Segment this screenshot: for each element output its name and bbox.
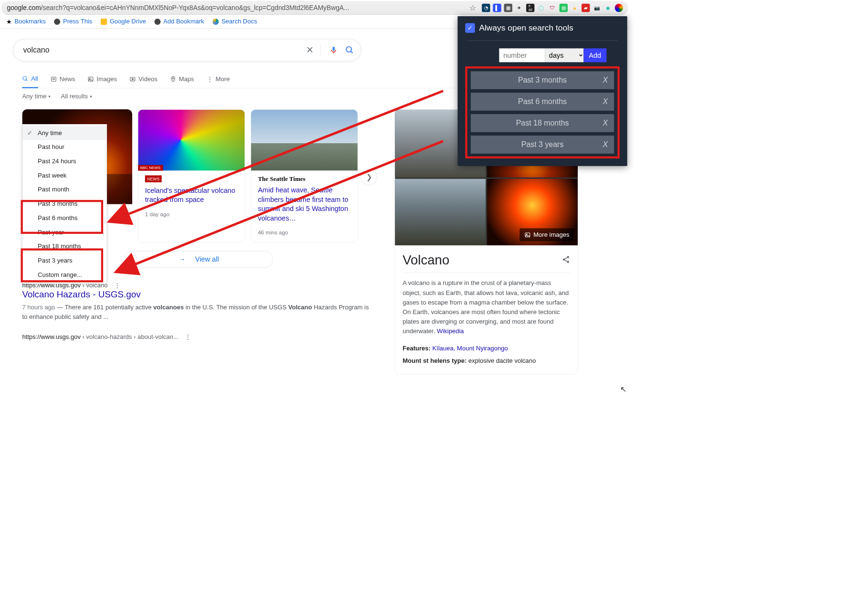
globe-icon <box>54 19 60 25</box>
view-all-button[interactable]: → View all <box>124 251 273 268</box>
clear-icon[interactable]: ✕ <box>304 44 315 55</box>
ext-icon[interactable]: 📷 <box>593 3 601 11</box>
globe-icon <box>154 19 160 25</box>
svg-point-2 <box>23 76 27 80</box>
bookmark-search-docs[interactable]: Search Docs <box>212 18 257 25</box>
range-item[interactable]: Past 3 yearsX <box>471 136 614 154</box>
ext-icon[interactable]: 946 <box>526 3 534 11</box>
story-card[interactable]: BBC NEWS NEWS Iceland's spectacular volc… <box>138 109 245 242</box>
time-option-past-3-years[interactable]: Past 3 years <box>22 253 106 268</box>
range-item[interactable]: Past 3 monthsX <box>471 71 614 89</box>
ext-icon[interactable]: ◔ <box>482 3 490 11</box>
checkbox-checked-icon[interactable]: ✓ <box>465 23 475 32</box>
url[interactable]: google.com/search?q=volcano&ei=cAHnYNnmD… <box>4 4 466 11</box>
tab-maps[interactable]: Maps <box>170 75 194 87</box>
top-stories-carousel: Kilauea, Mauna Loa volcanoes being BBC N… <box>105 109 375 242</box>
share-icon[interactable] <box>562 255 570 266</box>
tab-videos[interactable]: Videos <box>129 75 158 87</box>
star-icon: ★ <box>6 18 12 25</box>
divider <box>320 44 321 56</box>
time-option-any-time[interactable]: Any time <box>22 126 106 140</box>
result-breadcrumb: https://www.usgs.gov › volcano-hazards ›… <box>22 333 375 341</box>
svg-point-13 <box>526 234 527 235</box>
story-timestamp: 46 mins ago <box>258 230 350 236</box>
kp-source-link[interactable]: Wikipedia <box>437 328 464 335</box>
kp-image[interactable]: More images <box>487 179 578 245</box>
time-range-dropdown: Any time Past hour Past 24 hours Past we… <box>22 124 107 284</box>
tab-all[interactable]: All <box>22 75 38 88</box>
tab-more[interactable]: ⋮More <box>207 75 230 88</box>
caret-down-icon: ▼ <box>48 95 51 98</box>
svg-line-3 <box>26 79 28 81</box>
result-menu-icon[interactable]: ⋮ <box>185 333 191 341</box>
ext-icon[interactable]: ▌ <box>493 3 501 11</box>
time-option-past-year[interactable]: Past year <box>22 225 106 240</box>
bookmark-star-icon[interactable]: ☆ <box>469 3 476 12</box>
range-item[interactable]: Past 18 monthsX <box>471 114 614 132</box>
delete-icon[interactable]: X <box>603 119 608 128</box>
publisher-name: The Seattle Times <box>258 175 350 182</box>
ext-icon[interactable]: 🛡 <box>548 3 556 11</box>
ext-icon[interactable]: ◯ <box>537 3 545 11</box>
result-title-link[interactable]: Volcano Hazards - USGS.gov <box>22 289 140 300</box>
unit-select[interactable]: days <box>545 48 583 62</box>
ext-icon[interactable]: ◉ <box>603 3 612 11</box>
ext-icon[interactable]: ▤ <box>560 3 568 11</box>
time-option-past-hour[interactable]: Past hour <box>22 140 106 154</box>
story-title: Amid heat wave, Seattle climbers became … <box>258 185 350 222</box>
add-button[interactable]: Add <box>583 48 606 62</box>
kp-facts: Features: Kīlauea, Mount Nyiragongo Moun… <box>402 343 570 367</box>
svg-point-15 <box>563 258 565 260</box>
ext-icon[interactable]: ▰ <box>582 3 590 11</box>
range-item[interactable]: Past 6 monthsX <box>471 93 614 111</box>
time-option-past-24-hours[interactable]: Past 24 hours <box>22 154 106 169</box>
time-option-past-month[interactable]: Past month <box>22 183 106 197</box>
svg-point-14 <box>567 256 569 258</box>
delete-icon[interactable]: X <box>603 76 608 85</box>
time-option-custom-range[interactable]: Custom range... <box>22 268 106 282</box>
svg-line-1 <box>351 51 353 53</box>
ext-icon[interactable]: ▦ <box>504 3 512 11</box>
address-bar: google.com/search?q=volcano&ei=cAHnYNnmD… <box>1 1 628 15</box>
svg-point-8 <box>89 78 90 79</box>
ext-icon[interactable]: ▲ <box>571 3 579 11</box>
svg-line-17 <box>565 257 567 259</box>
search-icon[interactable] <box>344 44 355 55</box>
extension-icons: ◔ ▌ ▦ ✈ 946 ◯ 🛡 ▤ ▲ ▰ 📷 ◉ <box>480 3 625 11</box>
kp-feature-link[interactable]: Kīlauea, Mount Nyiragongo <box>433 345 508 352</box>
folder-icon <box>101 19 107 25</box>
search-box: ✕ <box>13 39 361 61</box>
filter-any-time[interactable]: Any time▼ <box>22 93 51 100</box>
ext-icon[interactable]: ✈ <box>515 3 523 11</box>
mic-icon[interactable] <box>328 44 339 55</box>
bookmark-add-bookmark[interactable]: Add Bookmark <box>154 18 204 25</box>
tab-images[interactable]: Images <box>87 75 117 87</box>
bookmark-google-drive[interactable]: Google Drive <box>101 18 146 25</box>
time-option-past-6-months[interactable]: Past 6 months <box>22 211 106 225</box>
svg-point-0 <box>346 47 351 52</box>
dots-icon: ⋮ <box>207 75 213 83</box>
kp-image[interactable] <box>395 179 486 245</box>
story-card[interactable]: The Seattle Times Amid heat wave, Seattl… <box>251 109 358 242</box>
divider <box>467 41 618 41</box>
bookmark-bookmarks[interactable]: ★Bookmarks <box>6 18 46 25</box>
more-images-button[interactable]: More images <box>519 228 574 241</box>
story-title: Iceland's spectacular volcano tracked fr… <box>145 186 238 204</box>
time-option-past-18-months[interactable]: Past 18 months <box>22 240 106 254</box>
ext-icon[interactable] <box>615 3 623 11</box>
time-option-past-3-months[interactable]: Past 3 months <box>22 197 106 211</box>
search-result: https://www.usgs.gov › volcano-hazards ›… <box>22 333 375 341</box>
filter-all-results[interactable]: All results▼ <box>61 93 93 100</box>
carousel-next-button[interactable]: ❯ <box>360 169 377 186</box>
time-option-past-week[interactable]: Past week <box>22 169 106 183</box>
tab-news[interactable]: News <box>51 75 75 87</box>
delete-icon[interactable]: X <box>603 140 608 149</box>
bookmark-press-this[interactable]: Press This <box>54 18 92 25</box>
kp-description: A volcano is a rupture in the crust of a… <box>402 278 570 336</box>
search-input[interactable] <box>23 46 300 55</box>
delete-icon[interactable]: X <box>603 97 608 106</box>
number-input[interactable] <box>499 48 545 62</box>
svg-line-18 <box>565 260 567 261</box>
svg-rect-4 <box>51 77 56 82</box>
result-menu-icon[interactable]: ⋮ <box>114 282 120 289</box>
